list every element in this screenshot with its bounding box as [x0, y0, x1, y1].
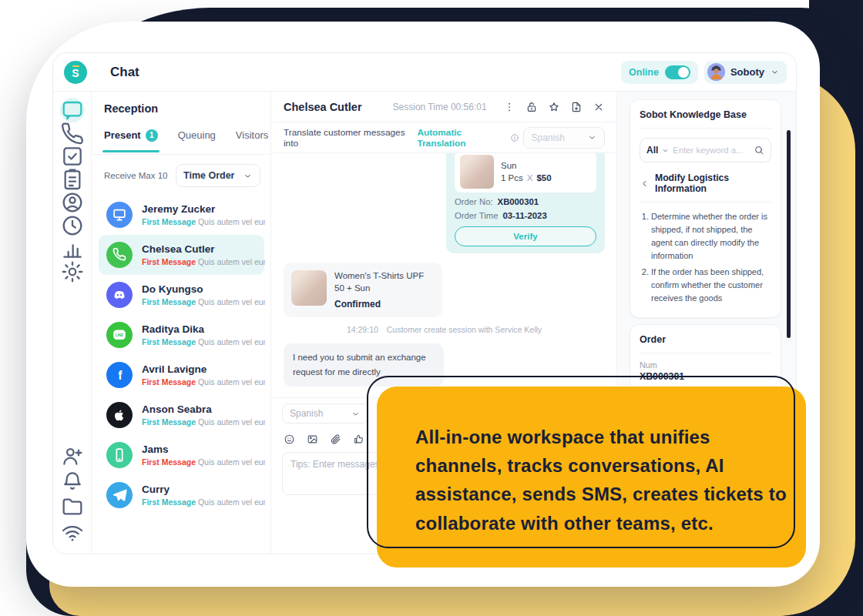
tab-visitors[interactable]: Visitors — [236, 129, 268, 152]
first-message-tag: First Message — [142, 457, 196, 467]
analytics-icon[interactable] — [60, 236, 85, 261]
message-preview: Quis autem vel eum iu... — [198, 297, 265, 306]
chat-contact-name: Chelsea Cutler — [284, 101, 362, 113]
page-background: S Chat Online Soboty Rece — [0, 0, 863, 616]
network-icon[interactable] — [60, 519, 85, 544]
chat-icon[interactable] — [60, 98, 85, 122]
ticket-icon[interactable] — [60, 167, 85, 192]
contact-name: Avril Lavigne — [142, 363, 265, 377]
attachment-icon[interactable] — [330, 434, 341, 445]
list-item[interactable]: fAvril LavigneFirst Message Quis autem v… — [99, 355, 264, 395]
list-item[interactable]: Do KyungsoFirst Message Quis autem vel e… — [99, 275, 264, 315]
list-item[interactable]: Chelsea CutlerFirst Message Quis autem v… — [99, 235, 264, 275]
history-icon[interactable] — [60, 213, 85, 238]
tab-badge: 1 — [146, 129, 158, 142]
app-header: S Chat Online Soboty — [53, 53, 796, 92]
list-item[interactable]: CurryFirst Message Quis autem vel eum iu… — [99, 475, 264, 515]
product-message-card: Women's T-Shirts UPF 50 + Sun Confirmed — [284, 263, 442, 317]
product-image — [291, 270, 327, 306]
knowledge-search: All — [640, 138, 771, 162]
line-channel-icon: LINE — [106, 322, 133, 348]
message-preview: Quis autem vel eum iu... — [198, 217, 265, 226]
first-message-tag: First Message — [142, 497, 196, 507]
contact-name: Do Kyungso — [142, 283, 265, 296]
files-icon[interactable] — [60, 494, 85, 519]
list-item[interactable]: LINERaditya DikaFirst Message Quis autem… — [99, 315, 264, 355]
webchat-channel-icon — [106, 202, 133, 228]
system-event-text: Customer create session with Service Kel… — [387, 325, 542, 334]
translate-bar: Translate customer messages into Automat… — [272, 122, 616, 153]
whatsapp-channel-icon — [106, 242, 133, 268]
close-icon[interactable] — [593, 101, 605, 113]
first-message-tag: First Message — [142, 297, 196, 306]
callout-text: All-in-one workspace that unifies channe… — [415, 423, 789, 537]
sort-order-value: Time Order — [183, 170, 234, 181]
translate-mode[interactable]: Automatic Translation — [417, 127, 505, 149]
search-input[interactable] — [673, 146, 751, 155]
lock-icon[interactable] — [526, 101, 538, 113]
svg-text:f: f — [118, 369, 123, 382]
product-qty: 1 Pcs — [501, 173, 523, 182]
chevron-left-icon — [640, 179, 650, 189]
composer-language-select[interactable]: Spanish — [282, 403, 368, 424]
star-icon[interactable] — [548, 101, 560, 113]
product-name: Women's T-Shirts UPF 50 + Sun — [334, 270, 435, 294]
sobot-logo: S — [64, 61, 87, 84]
sort-order-select[interactable]: Time Order — [176, 164, 260, 187]
list-item[interactable]: JamsFirst Message Quis autem vel eum iu.… — [99, 435, 264, 475]
knowledge-article-header[interactable]: Modify Logistics Information — [640, 172, 771, 203]
translate-language-select[interactable]: Spanish — [523, 127, 605, 149]
more-menu-icon[interactable] — [503, 101, 515, 113]
contact-name: Jams — [142, 444, 265, 457]
search-icon[interactable] — [754, 145, 764, 156]
order-no-label: Order No: — [455, 197, 493, 206]
online-status-pill: Online — [621, 61, 698, 84]
phone-icon[interactable] — [60, 121, 85, 146]
chevron-down-icon — [770, 67, 780, 77]
contact-name: Chelsea Cutler — [142, 243, 265, 256]
knowledge-base-title: Sobot Knowledge Base — [640, 109, 771, 129]
translate-prefix: Translate customer messages into — [284, 127, 411, 149]
like-icon[interactable] — [353, 434, 364, 445]
verify-button[interactable]: Verify — [455, 226, 596, 246]
discord-channel-icon — [106, 282, 133, 308]
product-status: Confirmed — [334, 299, 435, 310]
article-steps: Determine whether the order is shipped, … — [640, 210, 771, 305]
tab-queuing[interactable]: Queuing — [178, 129, 216, 152]
first-message-tag: First Message — [142, 257, 196, 266]
order-time-label: Order Time — [455, 211, 499, 220]
online-label: Online — [629, 67, 659, 78]
online-toggle[interactable] — [665, 65, 690, 79]
sidebar — [53, 92, 92, 554]
tab-present[interactable]: Present1 — [104, 129, 158, 152]
first-message-tag: First Message — [142, 337, 196, 346]
reception-title: Reception — [92, 92, 270, 115]
article-title: Modify Logistics Information — [655, 172, 771, 194]
search-filter-value[interactable]: All — [646, 145, 658, 156]
settings-icon[interactable] — [60, 259, 85, 284]
agent-icon[interactable] — [60, 190, 85, 215]
avatar — [707, 63, 725, 81]
article-step: If the order has been shipped, confirm w… — [651, 266, 771, 305]
list-item[interactable]: Jeremy ZuckerFirst Message Quis autem ve… — [99, 195, 264, 235]
order-no-value: XB000301 — [498, 197, 539, 206]
user-name: Soboty — [730, 66, 764, 78]
chevron-down-icon[interactable] — [661, 146, 670, 155]
toggle-knob — [678, 67, 689, 78]
mobile-channel-icon — [106, 442, 133, 468]
tasks-icon[interactable] — [60, 144, 85, 169]
image-icon[interactable] — [307, 434, 318, 445]
panel-scrollbar[interactable] — [787, 130, 791, 338]
reception-panel: Reception Present1QueuingVisitors Receiv… — [92, 92, 271, 554]
invite-icon[interactable] — [60, 443, 85, 468]
order-time-value: 03-11-2023 — [503, 211, 547, 220]
notifications-icon[interactable] — [60, 468, 85, 494]
emoji-icon[interactable] — [284, 434, 295, 445]
first-message-tag: First Message — [142, 217, 196, 226]
list-item[interactable]: Anson SeabraFirst Message Quis autem vel… — [99, 395, 264, 435]
system-event-time: 14:29:10 — [347, 325, 378, 334]
svg-text:LINE: LINE — [116, 333, 123, 337]
product-image — [460, 155, 494, 189]
summary-icon[interactable] — [570, 101, 583, 113]
user-menu[interactable]: Soboty — [704, 61, 787, 84]
